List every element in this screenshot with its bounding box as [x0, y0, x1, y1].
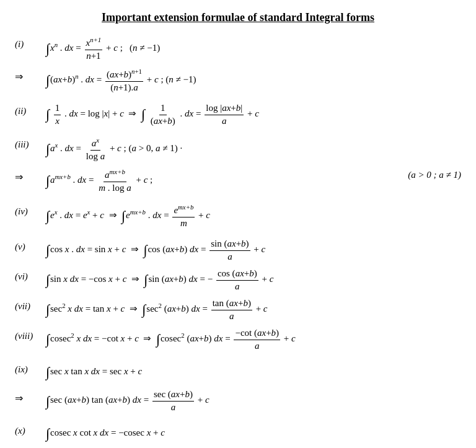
- label-vi: (vi): [15, 268, 46, 285]
- row-iii-ext: ⇒ ∫amx+b . dx = amx+b m . log a + c ; (a…: [15, 167, 461, 194]
- arrow-ix: ⇒: [15, 389, 46, 406]
- formula-vii: (vii) ∫sec2 x dx = tan x + c ⇒ ∫sec2 (ax…: [15, 297, 461, 322]
- label-i: (i): [15, 35, 46, 53]
- formula-i-ext: ⇒ ∫(ax+b)n . dx = (ax+b)n+1 (n+1).a + c …: [15, 67, 461, 94]
- formula-ii: (ii) ∫ 1 x . dx = log |x| + c ⇒ ∫ 1 (ax+…: [15, 102, 461, 127]
- arrow-iii: ⇒: [15, 167, 46, 185]
- label-vii: (vii): [15, 297, 46, 315]
- label-ii: (ii): [15, 102, 46, 120]
- label-v: (v): [15, 238, 46, 255]
- formula-iii: (iii) ∫ax . dx = ax log a + c ; (a > 0, …: [15, 136, 461, 162]
- formula-viii: (viii) ∫cosec2 x dx = −cot x + c ⇒ ∫cose…: [15, 327, 461, 352]
- formula-iii-ext: ⇒ ∫amx+b . dx = amx+b m . log a + c ; (a…: [15, 167, 461, 194]
- content-iv: ∫ex . dx = ex + c ⇒ ∫emx+b . dx = emx+b …: [46, 203, 461, 229]
- arrow-i: ⇒: [15, 67, 46, 85]
- formula-x: (x) ∫cosec x cot x dx = −cosec x + c: [15, 422, 461, 445]
- content-iii: ∫ax . dx = ax log a + c ; (a > 0, a ≠ 1)…: [46, 136, 461, 162]
- label-iii: (iii): [15, 136, 46, 153]
- label-ix: (ix): [15, 361, 46, 378]
- label-iv: (iv): [15, 203, 46, 220]
- formula-vi: (vi) ∫sin x dx = −cos x + c ⇒ ∫sin (ax+b…: [15, 268, 461, 292]
- content-vi: ∫sin x dx = −cos x + c ⇒ ∫sin (ax+b) dx …: [46, 268, 461, 292]
- content-v: ∫cos x . dx = sin x + c ⇒ ∫cos (ax+b) dx…: [46, 238, 461, 263]
- formula-ix-ext: ⇒ ∫sec (ax+b) tan (ax+b) dx = sec (ax+b)…: [15, 389, 461, 413]
- label-x: (x): [15, 422, 46, 439]
- formula-ix: (ix) ∫sec x tan x dx = sec x + c: [15, 361, 461, 384]
- formula-iv: (iv) ∫ex . dx = ex + c ⇒ ∫emx+b . dx = e…: [15, 203, 461, 229]
- content-i: ∫xn . dx = xn+1 n+1 + c ; (n ≠ −1): [46, 35, 461, 62]
- content-ii: ∫ 1 x . dx = log |x| + c ⇒ ∫ 1 (ax+b) . …: [46, 102, 461, 127]
- formula-v: (v) ∫cos x . dx = sin x + c ⇒ ∫cos (ax+b…: [15, 238, 461, 263]
- content-ix-ext: ∫sec (ax+b) tan (ax+b) dx = sec (ax+b) a…: [46, 389, 461, 413]
- content-ix: ∫sec x tan x dx = sec x + c: [46, 361, 461, 384]
- content-viii: ∫cosec2 x dx = −cot x + c ⇒ ∫cosec2 (ax+…: [46, 327, 461, 352]
- page-title: Important extension formulae of standard…: [15, 11, 461, 24]
- content-x: ∫cosec x cot x dx = −cosec x + c: [46, 422, 461, 445]
- content-vii: ∫sec2 x dx = tan x + c ⇒ ∫sec2 (ax+b) dx…: [46, 297, 461, 322]
- content-i-ext: ∫(ax+b)n . dx = (ax+b)n+1 (n+1).a + c ; …: [46, 67, 461, 94]
- note-iii: (a > 0 ; a ≠ 1): [389, 167, 461, 183]
- label-viii: (viii): [15, 327, 46, 345]
- content-iii-ext: ∫amx+b . dx = amx+b m . log a + c ;: [46, 167, 389, 194]
- formula-i: (i) ∫xn . dx = xn+1 n+1 + c ; (n ≠ −1): [15, 35, 461, 62]
